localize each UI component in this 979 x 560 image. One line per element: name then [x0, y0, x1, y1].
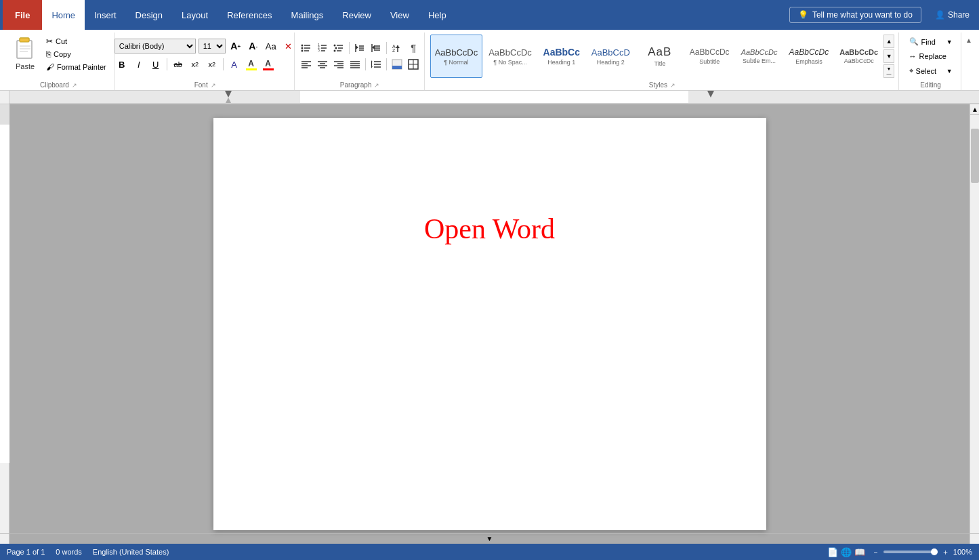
shading-button[interactable] — [390, 57, 404, 72]
font-expand-icon[interactable]: ↗ — [211, 82, 216, 89]
v-ruler-markers — [0, 104, 9, 544]
document-scroll-area[interactable]: Open Word — [9, 104, 970, 544]
justify-button[interactable] — [348, 57, 362, 72]
format-painter-button[interactable]: 🖌 Format Painter — [43, 61, 109, 73]
italic-button[interactable]: I — [131, 57, 146, 72]
show-formatting-button[interactable]: ¶ — [406, 41, 421, 56]
scrollbar-down-arrow[interactable]: ▼ — [0, 533, 979, 544]
style-subtle-emphasis[interactable]: AaBbCcDc Subtle Em... — [736, 35, 783, 78]
style-title[interactable]: AaB Title — [636, 35, 684, 78]
borders-button[interactable] — [406, 57, 421, 72]
menu-tab-review[interactable]: Review — [333, 0, 381, 30]
style-heading2[interactable]: AaBbCcD Heading 2 — [587, 35, 635, 78]
line-spacing-button[interactable] — [369, 57, 383, 72]
change-case-button[interactable]: Aa — [264, 39, 278, 53]
shrink-font-button[interactable]: A- — [246, 39, 261, 53]
bold-button[interactable]: B — [114, 57, 129, 72]
menu-tab-insert[interactable]: Insert — [85, 0, 126, 30]
underline-button[interactable]: U — [148, 57, 163, 72]
status-bar: Page 1 of 1 0 words English (United Stat… — [0, 544, 979, 560]
style-subemph-label: Subtle Em... — [743, 58, 776, 64]
share-button[interactable]: 👤 Share — [928, 7, 976, 22]
zoom-slider[interactable] — [883, 551, 938, 553]
menu-tab-home[interactable]: Home — [42, 0, 85, 30]
style-no-spacing[interactable]: AaBbCcDc ¶ No Spac... — [484, 35, 537, 78]
document-text[interactable]: Open Word — [424, 213, 555, 245]
sort-button[interactable]: AZ — [390, 41, 404, 56]
increase-indent-button[interactable] — [369, 41, 383, 56]
menu-file[interactable]: File — [3, 0, 42, 30]
style-subtitle-preview: AaBbCcDc — [690, 47, 730, 57]
svg-marker-57 — [371, 60, 373, 68]
style-extra[interactable]: AaBbCcDc AaBbCcDc — [835, 35, 883, 78]
replace-button[interactable]: ↔ Replace — [904, 50, 958, 62]
select-dropdown-icon: ▼ — [946, 68, 953, 74]
superscript-button[interactable]: x2 — [205, 57, 220, 72]
style-emphasis[interactable]: AaBbCcDc Emphasis — [785, 35, 834, 78]
align-center-button[interactable] — [315, 57, 330, 72]
bullets-button[interactable] — [299, 41, 314, 56]
page-count: Page 1 of 1 — [7, 548, 45, 556]
text-effects-button[interactable]: A — [227, 57, 242, 72]
select-button[interactable]: ⌖ Select ▼ — [904, 64, 958, 77]
collapse-ribbon-button[interactable]: ▲ — [963, 33, 975, 90]
menu-tab-design[interactable]: Design — [126, 0, 172, 30]
svg-marker-65 — [707, 91, 714, 98]
grow-font-button[interactable]: A+ — [228, 39, 243, 53]
paragraph-expand-icon[interactable]: ↗ — [374, 82, 379, 89]
clear-formatting-button[interactable]: ✕ — [281, 39, 296, 53]
font-size-select[interactable]: 11 — [199, 39, 226, 53]
styles-scroll-down[interactable]: ▼ — [883, 49, 894, 63]
tell-me-input[interactable]: 💡 Tell me what you want to do — [789, 7, 921, 23]
clipboard-expand-icon[interactable]: ↗ — [72, 82, 77, 89]
numbering-button[interactable]: 1.2.3. — [315, 41, 330, 56]
style-subtitle[interactable]: AaBbCcDc Subtitle — [685, 35, 734, 78]
menu-tab-layout[interactable]: Layout — [172, 0, 217, 30]
decrease-indent-button[interactable] — [352, 41, 367, 56]
vertical-scrollbar[interactable]: ▲ ▼ — [970, 104, 979, 544]
strikethrough-button[interactable]: ab — [171, 57, 186, 72]
font-family-select[interactable]: Calibri (Body) — [114, 39, 196, 53]
styles-expand[interactable]: ▼— — [883, 64, 894, 78]
style-h2-preview: AaBbCcD — [591, 47, 630, 58]
styles-scroll-up[interactable]: ▲ — [883, 35, 894, 48]
subscript-button[interactable]: x2 — [188, 57, 203, 72]
menu-tab-references[interactable]: References — [217, 0, 281, 30]
language: English (United States) — [93, 548, 169, 556]
ribbon-group-paragraph: 1.2.3. AZ ¶ — [296, 33, 425, 90]
align-right-button[interactable] — [331, 57, 346, 72]
align-left-button[interactable] — [299, 57, 314, 72]
menu-tab-mailings[interactable]: Mailings — [282, 0, 333, 30]
style-extra-label: AaBbCcDc — [844, 58, 874, 64]
font-color-button[interactable]: A — [261, 57, 276, 72]
multilevel-list-button[interactable] — [331, 41, 346, 56]
menu-tab-help[interactable]: Help — [419, 0, 456, 30]
zoom-controls: － ＋ 100% — [872, 547, 972, 557]
font-color-bar — [263, 68, 274, 70]
svg-text:3.: 3. — [318, 48, 320, 52]
text-highlight-button[interactable]: A — [244, 57, 259, 72]
style-normal[interactable]: AaBbCcDc ¶ Normal — [430, 35, 483, 78]
web-layout-button[interactable]: 🌐 — [841, 547, 852, 557]
menu-tab-view[interactable]: View — [381, 0, 419, 30]
find-icon: 🔍 — [909, 37, 919, 46]
paste-button[interactable]: Paste — [8, 34, 42, 73]
cut-button[interactable]: ✂ Cut — [43, 35, 109, 47]
zoom-out-button[interactable]: － — [872, 547, 879, 557]
style-heading1[interactable]: AaBbCc Heading 1 — [538, 35, 585, 78]
print-layout-button[interactable]: 📄 — [827, 547, 838, 557]
zoom-in-button[interactable]: ＋ — [942, 547, 949, 557]
divider — [167, 58, 167, 70]
ruler-markers — [9, 91, 979, 103]
ruler-corner — [0, 91, 9, 104]
scrollbar-up-arrow[interactable]: ▲ — [970, 104, 979, 115]
svg-point-8 — [301, 47, 304, 49]
font-row2: B I U ab x2 x2 A A A — [114, 57, 296, 72]
lightbulb-icon: 💡 — [798, 10, 808, 20]
copy-button[interactable]: ⎘ Copy — [43, 48, 109, 60]
document-content[interactable]: Open Word — [278, 172, 701, 245]
scrollbar-thumb[interactable] — [971, 129, 979, 183]
read-mode-button[interactable]: 📖 — [854, 547, 865, 557]
styles-expand-icon[interactable]: ↗ — [670, 82, 675, 89]
find-button[interactable]: 🔍 Find ▼ — [904, 35, 958, 48]
